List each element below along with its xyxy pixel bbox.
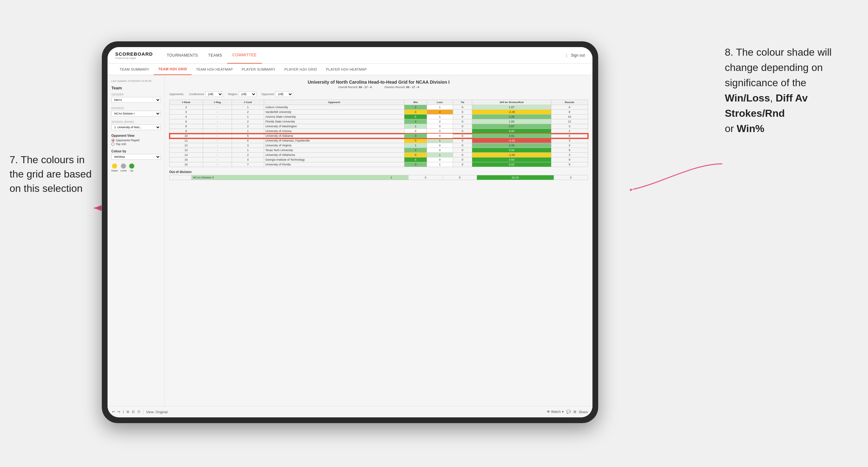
table-row: 9-1University of Arizona0009.002 [169,129,588,134]
nav-committee[interactable]: COMMITTEE [227,47,262,64]
subnav-player-summary[interactable]: PLAYER SUMMARY [237,64,280,75]
timer-btn[interactable]: ⏱ [137,410,141,414]
cell-1: - [203,153,232,157]
cell-0: 11 [169,138,203,143]
division-label: Division [111,106,161,110]
view-original-btn[interactable]: View: Original [146,410,168,414]
cell-4: 0 [404,138,427,143]
cell-0: 14 [169,153,203,157]
cell-3: University of Oklahoma [264,153,404,157]
subnav-player-h2h-heatmap[interactable]: PLAYER H2H HEATMAP [321,64,371,75]
cell-2: 2 [232,153,264,157]
cell-2: 1 [232,115,264,119]
cell-7: 1.67 [472,105,551,110]
cell-4: 5 [404,157,427,162]
ood-loss: 0 [408,175,442,180]
legend-down-label: Down [111,169,118,172]
col-opponent: Opponent [264,100,404,105]
forward-btn[interactable]: ⟩ [123,410,124,414]
out-of-division-row: NCAA Division II 1 0 0 26.00 3 [169,175,588,180]
school-select[interactable]: 1. University of Nort... [111,124,161,130]
cell-3: Georgia Institute of Technology [264,157,404,162]
cell-0: 16 [169,162,203,167]
cell-6: 0 [453,129,472,134]
region-select[interactable]: (All) [239,91,256,97]
cell-0: 10 [169,134,203,138]
cell-2: 6 [232,138,264,143]
radio-opponents-played-label: Opponents Played [116,139,140,142]
annotation-right: 8. The colour shade will change dependin… [725,44,859,136]
subnav-team-summary[interactable]: TEAM SUMMARY [115,64,154,75]
radio-opponents-played[interactable]: Opponents Played [111,139,161,142]
cell-5: 2 [427,119,453,124]
ood-tie: 0 [442,175,477,180]
paste-btn[interactable]: ⊡ [132,410,134,414]
radio-top100[interactable]: Top 100 [111,143,161,146]
cell-3: Arizona State University [264,115,404,119]
gender-section: Gender Men's [111,93,161,103]
watch-btn[interactable]: 👁 Watch ▾ [547,410,564,414]
subnav-player-h2h-grid[interactable]: PLAYER H2H GRID [280,64,322,75]
conference-select[interactable]: (All) [205,91,223,97]
cell-0: 8 [169,124,203,129]
right-content: University of North Carolina Head-to-Hea… [165,75,592,406]
undo-btn[interactable]: ↩ [112,410,115,414]
table-row: 12-3University of Virginia1002.333 [169,143,588,148]
cell-2: 4 [232,157,264,162]
opponent-filter: Opponent (All) [261,91,293,97]
comment-btn[interactable]: 💬 [566,410,571,414]
cell-7: -2.29 [472,110,551,115]
main-content: Last Updated: 27/03/2024 16:55:38 Team G… [107,75,592,406]
watch-icon: 👁 [547,410,550,413]
division-select[interactable]: NCAA Division I [111,111,161,117]
cell-4: 1 [404,124,427,129]
layout-btn[interactable]: ⊞ [574,410,576,414]
cell-6: 0 [453,119,472,124]
sign-out-btn[interactable]: | Sign out [566,53,585,58]
cell-0: 4 [169,115,203,119]
subnav-team-h2h-heatmap[interactable]: TEAM H2H HEATMAP [191,64,237,75]
opponent-select[interactable]: (All) [275,91,293,97]
nav-teams[interactable]: TEAMS [203,47,227,64]
cell-8: 3 [551,153,588,157]
cell-6: 0 [453,148,472,153]
opponent-view-section: Opponent View Opponents Played Top 100 [111,134,161,146]
legend-down-dot [112,163,117,168]
colour-by-select[interactable]: Win/loss [111,154,161,160]
cell-4: 0 [404,110,427,115]
cell-4: 2 [404,105,427,110]
subnav-team-h2h-grid[interactable]: TEAM H2H GRID [154,64,191,75]
cell-4: 0 [404,153,427,157]
cell-6: 0 [453,110,472,115]
cell-5: 1 [427,115,453,119]
cell-8: 9 [551,105,588,110]
nav-tournaments[interactable]: TOURNAMENTS [162,47,203,64]
redo-btn[interactable]: ↪ [117,410,120,414]
table-row: 15-4Georgia Institute of Technology5004.… [169,157,588,162]
cell-2: 1 [232,148,264,153]
cell-3: University of Florida [264,162,404,167]
cell-6: 0 [453,153,472,157]
region-filter: Region (All) [228,91,256,97]
legend-level-dot [121,163,126,168]
overall-record: Overall Record: 89 - 17 - 0 [338,86,372,89]
gender-select[interactable]: Men's [111,97,161,103]
cell-5: 1 [427,105,453,110]
region-label: Region [228,93,237,96]
cell-5: 0 [427,124,453,129]
share-label: Share [579,410,588,414]
cell-1: - [203,115,232,119]
cell-7: 9.00 [472,129,551,134]
team-label: Team [111,86,161,90]
legend-level-label: Level [120,169,126,172]
share-btn[interactable]: Share [579,410,588,414]
cell-7: 2.33 [472,143,551,148]
cell-2: 7 [232,162,264,167]
bottom-toolbar: ↩ ↪ ⟩ ⧉ ⊡ ⏱ View: Original 👁 Watch ▾ 💬 ⊞… [107,406,592,417]
cell-8: 9 [551,157,588,162]
cell-5: 1 [427,162,453,167]
copy-btn[interactable]: ⧉ [127,410,129,414]
radio-opponents-played-dot [111,139,115,142]
cell-2: 5 [232,134,264,138]
cell-8: 9 [551,148,588,153]
